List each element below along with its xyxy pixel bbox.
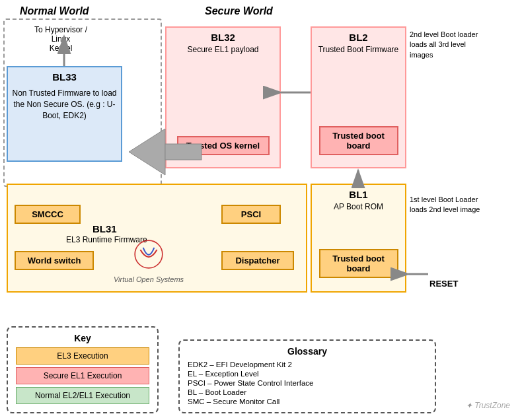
diagram: Normal World Secure World To Hypervisor … <box>0 0 520 420</box>
bl32-subtitle: Secure EL1 payload <box>170 45 276 54</box>
secure-world-label: Secure World <box>205 5 273 17</box>
bl33-box: BL33 Non Trusted Firmware to load the No… <box>7 66 122 162</box>
bl2-title: BL2 <box>316 32 401 43</box>
bl2-inner-box: Trusted boot board <box>319 126 398 155</box>
bl33-description: Non Trusted Firmware to load the Non Sec… <box>12 88 117 121</box>
glossary-item-1: EL – Exception Level <box>188 370 427 378</box>
bl1-box: BL1 AP Boot ROM Trusted boot board <box>311 184 406 293</box>
bl1-title: BL1 <box>316 189 401 200</box>
glossary-item-0: EDK2 – EFI Development Kit 2 <box>188 361 427 368</box>
bl33-title: BL33 <box>12 71 117 83</box>
glossary-section: Glossary EDK2 – EFI Development Kit 2 EL… <box>178 339 436 413</box>
reset-label: RESET <box>429 279 458 289</box>
glossary-item-2: PSCI – Power State Control Interface <box>188 379 427 387</box>
smccc-box: SMCCC <box>15 205 81 224</box>
dispatcher-box: Dispatcher <box>221 251 294 270</box>
bl1-subtitle: AP Boot ROM <box>316 202 401 211</box>
glossary-title: Glossary <box>188 346 427 357</box>
key-secure-el1-item: Secure EL1 Execution <box>16 367 149 384</box>
trustzone-watermark: ✦ TrustZone <box>466 401 510 410</box>
key-title: Key <box>16 333 149 343</box>
world-switch-box: World switch <box>15 251 94 270</box>
vos-text: Virtual Open Systems <box>106 275 192 283</box>
bl1-inner-box: Trusted boot board <box>319 249 398 278</box>
bl31-title: BL31 <box>93 223 117 234</box>
key-section: Key EL3 Execution Secure EL1 Execution N… <box>7 326 159 413</box>
bl32-title: BL32 <box>170 32 276 43</box>
key-normal-item: Normal EL2/EL1 Execution <box>16 387 149 404</box>
psci-box: PSCI <box>221 205 281 224</box>
vos-logo-svg <box>132 238 165 271</box>
bl32-box: BL32 Secure EL1 payload Trusted OS kerne… <box>165 26 281 168</box>
glossary-item-3: BL – Boot Loader <box>188 388 427 396</box>
bl2-side-text: 2nd level Boot loader loads all 3rd leve… <box>410 30 482 60</box>
to-hypervisor-label: To Hypervisor / Linux Kernel <box>28 25 94 53</box>
bl2-subtitle: Trusted Boot Firmware <box>316 45 401 54</box>
normal-world-label: Normal World <box>20 5 89 17</box>
glossary-item-4: SMC – Secure Monitor Call <box>188 398 427 405</box>
vos-logo: Virtual Open Systems <box>106 238 192 283</box>
bl1-side-text: 1st level Boot Loader loads 2nd level im… <box>410 195 482 215</box>
bl2-box: BL2 Trusted Boot Firmware Trusted boot b… <box>311 26 406 168</box>
key-el3-item: EL3 Execution <box>16 347 149 365</box>
bl32-inner-box: Trusted OS kernel <box>177 136 270 155</box>
